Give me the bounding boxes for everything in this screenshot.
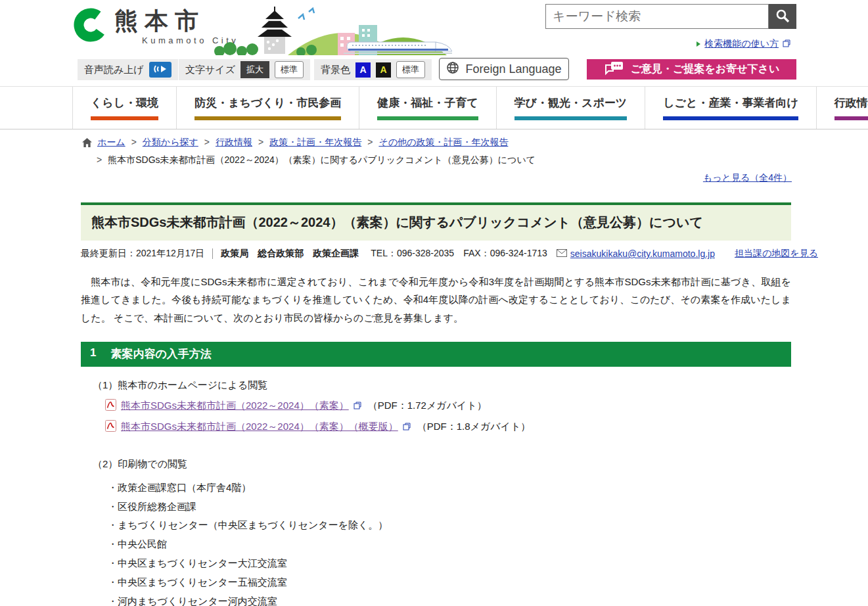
breadcrumb-separator: >: [131, 135, 137, 149]
external-link-icon: [403, 421, 411, 432]
pdf-link-souan[interactable]: 熊本市SDGs未来都市計画（2022～2024）（素案）: [121, 400, 349, 412]
breadcrumb-separator: >: [97, 153, 102, 167]
feedback-button[interactable]: ご意見・ご提案をお寄せ下さい: [587, 59, 796, 80]
breadcrumb-separator: >: [204, 135, 210, 149]
email-wrap: seisakukikaku@city.kumamoto.lg.jp: [557, 248, 715, 259]
list-item: ・河内まちづくりセンター河内交流室: [108, 592, 791, 606]
search-help-link[interactable]: 検索機能の使い方: [704, 38, 779, 50]
nav-label: 健康・福祉・子育て: [377, 97, 478, 109]
bg-color-standard-button[interactable]: 標準: [396, 61, 425, 78]
search-box: [545, 4, 796, 29]
breadcrumb-link-sonota[interactable]: その他の政策・計画・年次報告: [378, 135, 508, 149]
kumamoto-c-logo-icon: [74, 8, 108, 45]
bg-color-blue-button[interactable]: A: [355, 62, 371, 78]
nav-underline: [377, 116, 478, 120]
department: 政策局 総合政策部 政策企画課: [221, 248, 359, 260]
breadcrumb-link-home[interactable]: ホーム: [97, 135, 126, 149]
tel: TEL：096-328-2035: [371, 248, 454, 260]
section-number: 1: [90, 346, 96, 361]
pdf-icon: [105, 399, 116, 413]
speech-toolbar-group: 音声読み上げ: [78, 59, 178, 80]
last-updated: 最終更新日：2021年12月17日: [81, 248, 204, 260]
nav-item-gyousei[interactable]: 行政情報: [816, 87, 868, 129]
pdf-link-row: 熊本市SDGs未来都市計画（2022～2024）（素案）（概要版） （PDF：1…: [105, 420, 791, 434]
pdf-link-gaiyou[interactable]: 熊本市SDGs未来都市計画（2022～2024）（素案）（概要版）: [121, 421, 398, 433]
page-title: 熊本市SDGs未来都市計画（2022～2024）（素案）に関するパブリックコメン…: [91, 214, 781, 231]
text-size-enlarge-button[interactable]: 拡大: [240, 61, 269, 78]
foreign-language-button[interactable]: Foreign Language: [439, 58, 569, 80]
breadcrumb-separator: >: [258, 135, 263, 149]
pdf-link-row: 熊本市SDGs未来都市計画（2022～2024）（素案） （PDF：1.72メガ…: [105, 399, 791, 413]
pdf-icon: [105, 420, 116, 434]
article-meta: 最終更新日：2021年12月17日 政策局 総合政策部 政策企画課 TEL：09…: [81, 248, 791, 260]
breadcrumb-link-gyousei[interactable]: 行政情報: [216, 135, 252, 149]
bg-color-toolbar-group: 背景色 A A 標準: [314, 59, 432, 80]
text-size-label: 文字サイズ: [185, 64, 235, 76]
globe-icon: [446, 61, 459, 78]
header-illustration: [209, 1, 452, 58]
search-help-row: 検索機能の使い方: [697, 38, 790, 50]
breadcrumb-separator: >: [367, 135, 373, 149]
nav-underline: [194, 116, 341, 120]
email-link[interactable]: seisakukikaku@city.kumamoto.lg.jp: [570, 248, 715, 259]
bg-color-black-button[interactable]: A: [376, 62, 391, 78]
meta-divider: [212, 248, 213, 259]
breadcrumb-line1: ホーム > 分類から探す > 行政情報 > 政策・計画・年次報告 > その他の政…: [82, 135, 792, 149]
list-item: ・中央公民館: [108, 535, 791, 554]
breadcrumb-current: 熊本市SDGs未来都市計画（2022～2024）（素案）に関するパブリックコメン…: [108, 153, 536, 167]
main-nav: くらし・環境 防災・まちづくり・市民参画 健康・福祉・子育て 学び・観光・スポー…: [72, 87, 868, 129]
search-input[interactable]: [545, 4, 769, 29]
triangle-bullet-icon: [697, 41, 700, 47]
nav-item-shigoto[interactable]: しごと・産業・事業者向け: [645, 87, 816, 129]
speech-label: 音声読み上げ: [84, 64, 144, 76]
nav-label: 行政情報: [834, 97, 868, 109]
list-item: ・中央区まちづくりセンター五福交流室: [108, 573, 791, 592]
list-item: ・政策企画課窓口（本庁舎4階）: [108, 478, 791, 498]
nav-label: くらし・環境: [91, 97, 158, 109]
more-link[interactable]: もっと見る（全4件）: [703, 172, 792, 183]
mail-icon: [557, 248, 567, 259]
breadcrumb-link-seisaku[interactable]: 政策・計画・年次報告: [269, 135, 361, 149]
nav-item-kurashi[interactable]: くらし・環境: [72, 87, 176, 129]
list-item: ・区役所総務企画課: [108, 498, 791, 517]
nav-label: しごと・産業・事業者向け: [663, 97, 798, 109]
nav-underline: [834, 116, 868, 120]
fax: FAX：096-324-1713: [463, 248, 547, 260]
site-header: 熊本市 Kumamoto City: [0, 0, 868, 86]
foreign-language-label: Foreign Language: [465, 62, 561, 76]
bg-color-label: 背景色: [321, 64, 350, 76]
section-heading: 素案内容の入手方法: [110, 346, 211, 361]
list-item: ・中央区まちづくりセンター大江交流室: [108, 554, 791, 573]
list-item: ・まちづくりセンター（中央区まちづくりセンターを除く。）: [108, 516, 791, 535]
external-link-icon: [354, 400, 361, 411]
speech-bubble-icon: [604, 61, 624, 78]
home-icon: [82, 138, 92, 147]
speech-readout-button[interactable]: [149, 62, 171, 78]
text-size-toolbar-group: 文字サイズ 拡大 標準: [179, 59, 310, 80]
page: 熊本市 Kumamoto City: [0, 0, 868, 606]
web-viewing-heading: （1）熊本市のホームページによる閲覧: [93, 379, 791, 392]
breadcrumb-link-bunrui[interactable]: 分類から探す: [143, 135, 198, 149]
feedback-label: ご意見・ご提案をお寄せ下さい: [631, 62, 780, 76]
breadcrumb: ホーム > 分類から探す > 行政情報 > 政策・計画・年次報告 > その他の政…: [0, 129, 868, 184]
article: 熊本市SDGs未来都市計画（2022～2024）（素案）に関するパブリックコメン…: [81, 202, 791, 606]
more-row: もっと見る（全4件）: [82, 172, 792, 184]
nav-underline: [514, 116, 628, 120]
pdf-size: （PDF：1.8メガバイト）: [417, 421, 531, 433]
nav-item-kenkou[interactable]: 健康・福祉・子育て: [359, 87, 495, 129]
department-map-link[interactable]: 担当課の地図を見る: [735, 248, 818, 260]
location-list: ・政策企画課窓口（本庁舎4階） ・区役所総務企画課 ・まちづくりセンター（中央区…: [108, 478, 791, 606]
nav-label: 学び・観光・スポーツ: [514, 97, 628, 109]
page-title-bar: 熊本市SDGs未来都市計画（2022～2024）（素案）に関するパブリックコメン…: [81, 202, 791, 241]
section-1-header: 1 素案内容の入手方法: [81, 342, 791, 367]
nav-item-manabi[interactable]: 学び・観光・スポーツ: [496, 87, 645, 129]
main-nav-wrap: くらし・環境 防災・まちづくり・市民参画 健康・福祉・子育て 学び・観光・スポー…: [0, 87, 868, 129]
print-viewing-heading: （2）印刷物での閲覧: [93, 458, 791, 471]
nav-underline: [91, 116, 158, 120]
search-icon: [775, 8, 790, 26]
nav-underline: [663, 116, 798, 120]
search-button[interactable]: [769, 4, 796, 29]
text-size-standard-button[interactable]: 標準: [275, 61, 304, 78]
nav-label: 防災・まちづくり・市民参画: [194, 97, 341, 109]
nav-item-bousai[interactable]: 防災・まちづくり・市民参画: [176, 87, 359, 129]
